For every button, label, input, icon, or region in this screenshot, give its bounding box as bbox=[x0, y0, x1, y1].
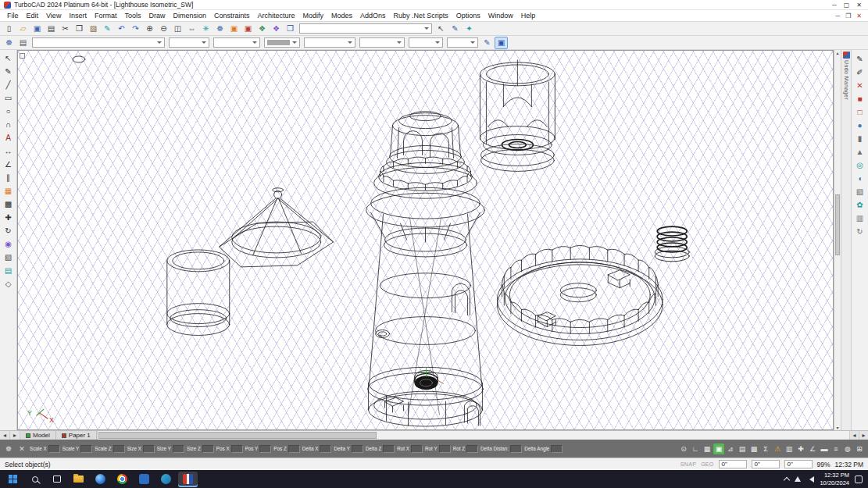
menu-modes[interactable]: Modes bbox=[327, 12, 356, 20]
edit-pencil-tool[interactable]: ✎ bbox=[853, 53, 867, 66]
render-view-toggle[interactable]: ▣ bbox=[713, 443, 724, 454]
delete-button[interactable]: ▣ bbox=[241, 23, 255, 35]
turbocad-taskbar-button[interactable] bbox=[178, 472, 198, 487]
pan-button[interactable]: ⇔ bbox=[185, 23, 198, 35]
geo-status-toggle[interactable]: GEO bbox=[701, 461, 713, 467]
lock-toggle[interactable]: ▩ bbox=[748, 443, 759, 454]
box-tool[interactable]: ▧ bbox=[2, 251, 16, 264]
inspector-field-input[interactable] bbox=[143, 445, 155, 453]
inspector-field-input[interactable] bbox=[383, 445, 395, 453]
undo-button[interactable]: ↶ bbox=[115, 23, 128, 35]
rotate-tool[interactable]: ↻ bbox=[2, 225, 16, 237]
revolve-tool[interactable]: ↻ bbox=[853, 226, 867, 238]
paste-button[interactable]: ▨ bbox=[87, 23, 100, 35]
save-file-button[interactable]: ▣ bbox=[30, 23, 44, 35]
pen-nib-tool[interactable]: ✐ bbox=[853, 66, 867, 79]
coord-y-field[interactable]: 0" bbox=[752, 460, 780, 468]
scroll-left-arrow[interactable]: ◂ bbox=[849, 431, 859, 440]
menu-architecture[interactable]: Architecture bbox=[254, 12, 299, 20]
snap-status-toggle[interactable]: SNAP bbox=[680, 461, 696, 467]
open-file-button[interactable]: ▱ bbox=[16, 23, 30, 35]
inspector-field-input[interactable] bbox=[48, 445, 60, 453]
inspector-field-input[interactable] bbox=[439, 445, 451, 453]
new-file-button[interactable]: ▯ bbox=[2, 23, 16, 35]
layers-button[interactable]: ≡ bbox=[830, 443, 841, 454]
sphere-blue-tool[interactable]: ● bbox=[853, 119, 867, 132]
taskbar-search-button[interactable] bbox=[25, 472, 45, 487]
taskbar-clock[interactable]: 12:32 PM 10/20/2024 bbox=[820, 472, 849, 487]
network-icon[interactable] bbox=[795, 476, 801, 482]
sphere-tool[interactable]: ◉ bbox=[2, 238, 16, 251]
undo-manager-panel-tab[interactable]: Undo Manager bbox=[841, 50, 851, 430]
notification-center-button[interactable] bbox=[855, 476, 863, 483]
minimize-button[interactable]: ─ bbox=[832, 2, 837, 9]
pattern-tool[interactable]: ▩ bbox=[2, 198, 16, 211]
scroll-right-arrow[interactable]: ▸ bbox=[859, 431, 868, 440]
tab-scroll-prev-button[interactable]: ◂ bbox=[0, 431, 10, 440]
purple-tool-button[interactable]: ❖ bbox=[270, 23, 283, 35]
scroll-down-arrow[interactable]: ▾ bbox=[836, 425, 838, 430]
menu-addons[interactable]: AddOns bbox=[356, 12, 390, 20]
document-restore-button[interactable]: ❐ bbox=[845, 12, 851, 20]
menu-ruby-net-scripts[interactable]: Ruby .Net Scripts bbox=[390, 12, 452, 20]
menu-help[interactable]: Help bbox=[517, 12, 540, 20]
copy-button[interactable]: ❐ bbox=[73, 23, 86, 35]
zoom-level[interactable]: 99% bbox=[817, 461, 830, 468]
menu-edit[interactable]: Edit bbox=[23, 12, 43, 20]
hatch-tool[interactable]: ▦ bbox=[2, 185, 16, 198]
snap-modes-button[interactable]: ✳ bbox=[199, 23, 213, 35]
tab-scroll-next-button[interactable]: ▸ bbox=[10, 431, 20, 440]
selector-combo[interactable] bbox=[299, 23, 432, 34]
crosshair-toggle[interactable]: ✚ bbox=[795, 443, 806, 454]
inspector-field-input[interactable] bbox=[80, 445, 92, 453]
rectangle-tool[interactable]: ▭ bbox=[2, 92, 16, 105]
maximize-button[interactable]: ▢ bbox=[844, 2, 850, 9]
menu-draw[interactable]: Draw bbox=[145, 12, 169, 20]
start-button[interactable] bbox=[3, 472, 23, 487]
inspector-close-button[interactable]: ✕ bbox=[16, 443, 27, 454]
marker-red-tool[interactable]: ✕ bbox=[853, 80, 867, 92]
menu-constraints[interactable]: Constraints bbox=[210, 12, 254, 20]
globe-button[interactable]: ◍ bbox=[842, 443, 853, 454]
cylinder-tool[interactable]: ▮ bbox=[853, 133, 867, 145]
arc-tool[interactable]: ∩ bbox=[2, 119, 16, 131]
selection-info-combo[interactable] bbox=[32, 37, 165, 48]
coord-x-field[interactable]: 0" bbox=[719, 460, 747, 468]
brush-style-combo[interactable] bbox=[304, 37, 355, 48]
menu-modify[interactable]: Modify bbox=[299, 12, 328, 20]
text-tool[interactable]: A bbox=[2, 132, 16, 144]
style-manager-button[interactable]: ▤ bbox=[16, 37, 30, 49]
help-pointer-button[interactable]: ↖ bbox=[434, 23, 448, 35]
grid-plus-button[interactable]: ⊞ bbox=[854, 443, 865, 454]
scroll-up-arrow[interactable]: ▴ bbox=[836, 50, 838, 55]
documents-button[interactable]: ❐ bbox=[284, 23, 297, 35]
inspector-field-input[interactable] bbox=[231, 445, 243, 453]
settings-gear-button[interactable]: ☸ bbox=[213, 23, 227, 35]
horizontal-scroll-thumb[interactable] bbox=[98, 432, 377, 439]
menu-tools[interactable]: Tools bbox=[120, 12, 145, 20]
pen-width-combo[interactable] bbox=[213, 37, 260, 48]
tab-model[interactable]: Model bbox=[20, 431, 56, 440]
file-explorer-button[interactable] bbox=[69, 472, 88, 487]
menu-dimension[interactable]: Dimension bbox=[169, 12, 210, 20]
grid-toggle[interactable]: ▦ bbox=[702, 443, 713, 454]
edge-button[interactable] bbox=[91, 472, 110, 487]
cut-button[interactable]: ✂ bbox=[59, 23, 72, 35]
ruler-toggle[interactable]: ▬ bbox=[819, 443, 830, 454]
print-button[interactable]: ▤ bbox=[45, 23, 58, 35]
property-settings-button[interactable]: ☸ bbox=[2, 37, 16, 49]
box-3d-tool[interactable]: ▧ bbox=[853, 186, 867, 198]
dimension-tool[interactable]: ↔ bbox=[2, 145, 16, 158]
inspector-field-input[interactable] bbox=[466, 445, 478, 453]
app-blue-button[interactable] bbox=[134, 472, 154, 487]
format-painter-button[interactable]: ✎ bbox=[101, 23, 114, 35]
menu-view[interactable]: View bbox=[42, 12, 65, 20]
snap-magnet-toggle[interactable]: ⊙ bbox=[678, 443, 689, 454]
zoom-in-button[interactable]: ⊕ bbox=[143, 23, 156, 35]
circle-tool[interactable]: ○ bbox=[2, 105, 16, 118]
format-pen-button[interactable]: ✎ bbox=[480, 37, 494, 49]
redo-button[interactable]: ↷ bbox=[129, 23, 142, 35]
volume-icon[interactable] bbox=[806, 476, 814, 483]
camera-tool[interactable]: ◇ bbox=[2, 278, 16, 290]
drawing-canvas[interactable]: Y X bbox=[17, 50, 834, 430]
